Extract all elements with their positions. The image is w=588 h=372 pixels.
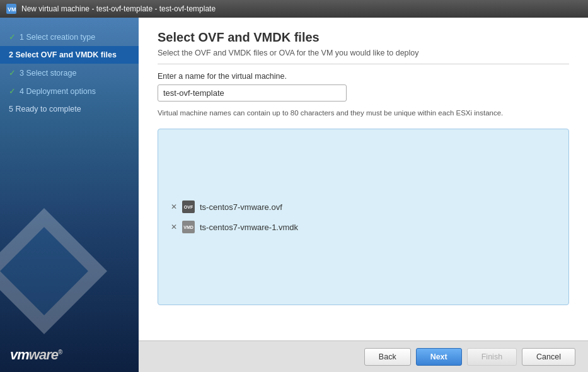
page-subtitle: Select the OVF and VMDK files or OVA for… <box>158 49 569 64</box>
sidebar-item-label-3: 3 Select storage <box>20 69 76 78</box>
sidebar-item-5[interactable]: 5 Ready to complete <box>0 100 139 118</box>
title-bar: VM New virtual machine - test-ovf-templa… <box>0 0 588 18</box>
vm-name-input[interactable] <box>158 84 347 102</box>
sidebar-item-2[interactable]: 2 Select OVF and VMDK files <box>0 46 139 64</box>
check-icon-3: ✓ <box>9 68 16 78</box>
file-name-2: ts-centos7-vmware-1.vmdk <box>200 223 298 232</box>
svg-text:VM: VM <box>8 6 16 13</box>
sidebar-decoration <box>0 208 107 334</box>
cancel-button[interactable]: Cancel <box>522 348 575 366</box>
file-icon-vmdk: VMD <box>182 221 195 233</box>
file-icon-ovf: OVF <box>182 201 195 213</box>
file-item-1: ✕ OVF ts-centos7-vmware.ovf <box>171 201 282 213</box>
sidebar-item-label-1: 1 Select creation type <box>20 33 95 42</box>
hint-text: Virtual machine names can contain up to … <box>158 108 569 119</box>
content-area: Select OVF and VMDK files Select the OVF… <box>139 18 588 372</box>
file-remove-1[interactable]: ✕ <box>171 202 177 211</box>
file-name-1: ts-centos7-vmware.ovf <box>200 202 282 212</box>
sidebar-item-label-5: 5 Ready to complete <box>9 105 81 113</box>
sidebar-item-label-4: 4 Deployment options <box>20 87 96 96</box>
title-bar-text: New virtual machine - test-ovf-template … <box>21 4 216 13</box>
vmware-ware-text: ware® <box>29 347 62 363</box>
footer: Back Next Finish Cancel <box>139 340 588 372</box>
file-remove-2[interactable]: ✕ <box>171 223 177 231</box>
main-container: ✓ 1 Select creation type 2 Select OVF an… <box>0 18 588 372</box>
check-icon-1: ✓ <box>9 32 16 42</box>
content-scroll: Select OVF and VMDK files Select the OVF… <box>139 18 588 340</box>
vmware-logo: vmware® <box>0 338 139 372</box>
vm-name-label: Enter a name for the virtual machine. <box>158 72 569 81</box>
sidebar-item-1[interactable]: ✓ 1 Select creation type <box>0 28 139 46</box>
next-button[interactable]: Next <box>416 348 462 366</box>
sidebar-item-3[interactable]: ✓ 3 Select storage <box>0 64 139 82</box>
vmware-vm-text: vm <box>10 347 29 363</box>
back-button[interactable]: Back <box>364 348 411 366</box>
finish-button: Finish <box>467 348 517 366</box>
vm-icon: VM <box>6 4 16 14</box>
file-drop-area[interactable]: ✕ OVF ts-centos7-vmware.ovf ✕ VMD ts-cen… <box>158 129 569 305</box>
sidebar-item-label-2: 2 Select OVF and VMDK files <box>9 50 117 59</box>
page-title: Select OVF and VMDK files <box>158 30 569 45</box>
sidebar: ✓ 1 Select creation type 2 Select OVF an… <box>0 18 139 372</box>
file-item-2: ✕ VMD ts-centos7-vmware-1.vmdk <box>171 221 298 233</box>
check-icon-4: ✓ <box>9 86 16 96</box>
sidebar-item-4[interactable]: ✓ 4 Deployment options <box>0 82 139 100</box>
